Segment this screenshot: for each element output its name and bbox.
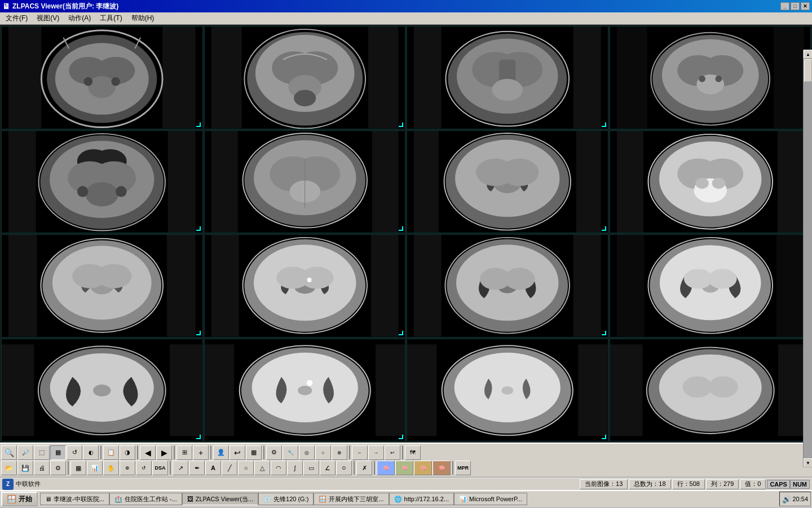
tool-next[interactable]: ▶ (156, 445, 172, 460)
menu-help[interactable]: 帮助(H) (127, 12, 159, 24)
tool-layout-set[interactable]: ▦ (70, 461, 86, 475)
scroll-thumb[interactable] (804, 59, 812, 82)
close-button[interactable]: ✕ (801, 2, 810, 10)
tool-undo[interactable]: ↩ (230, 445, 245, 460)
tool-layout[interactable]: ▦ (246, 445, 262, 460)
taskbar-item-1[interactable]: 🖥 李继波-中联医院... (40, 493, 109, 505)
tool-redo[interactable]: ↩ (385, 445, 400, 460)
svg-point-7 (88, 76, 116, 98)
tool-bar-chart[interactable]: 📊 (87, 461, 103, 475)
tool-mpr[interactable]: MPR (455, 461, 471, 475)
image-cell-7[interactable] (407, 130, 608, 234)
menu-tools[interactable]: 工具(T) (95, 12, 126, 24)
tool-prev[interactable]: ◀ (140, 445, 156, 460)
image-cell-13[interactable] (1, 339, 203, 442)
scroll-down-button[interactable]: ▼ (804, 458, 812, 467)
menu-view[interactable]: 视图(V) (32, 12, 64, 24)
scroll-up-button[interactable]: ▲ (804, 50, 812, 59)
image-cell-4[interactable] (610, 26, 811, 129)
app-title: ZLPACS Viewer(当前用户: 李继波) (12, 2, 118, 11)
svg-rect-2 (162, 27, 196, 129)
svg-point-129 (93, 384, 111, 396)
tool-erase[interactable]: ✗ (356, 461, 372, 475)
tool-angle-draw[interactable]: ∠ (320, 461, 336, 475)
tool-zoom2[interactable]: 🔧 (283, 445, 298, 460)
tool-brain-2[interactable]: 🧠 (395, 461, 413, 475)
separator6 (349, 446, 350, 459)
tool-line-draw[interactable]: ╱ (222, 461, 237, 475)
tool-config[interactable]: ⚙ (266, 445, 282, 460)
tool-arc[interactable]: ◠ (271, 461, 286, 475)
image-cell-8[interactable] (610, 130, 811, 234)
tool-circle[interactable]: ○ (315, 445, 331, 460)
tool-nav-left[interactable]: ← (352, 445, 368, 460)
tool-roi[interactable]: ⊙ (336, 461, 352, 475)
taskbar-item-2[interactable]: 🏥 住院医生工作站 -... (109, 493, 182, 505)
tool-open[interactable]: 📂 (1, 461, 17, 475)
tool-rotate[interactable]: ↺ (67, 445, 82, 460)
image-cell-16[interactable] (610, 339, 811, 442)
image-cell-12[interactable] (610, 234, 811, 338)
tool-select[interactable]: ⬚ (34, 445, 50, 460)
tool-arrow-draw[interactable]: ↗ (173, 461, 188, 475)
start-button[interactable]: 🪟 开始 (1, 492, 38, 506)
taskbar-item-4[interactable]: 💿 先锋120 (G:) (258, 493, 314, 505)
taskbar-item-7[interactable]: 📊 Microsoft PowerP... (454, 493, 527, 505)
tool-rect-draw[interactable]: ▭ (303, 461, 319, 475)
image-cell-10[interactable] (204, 234, 406, 338)
tool-ellipse-draw[interactable]: ○ (238, 461, 254, 475)
image-cell-3[interactable] (407, 26, 608, 129)
tool-cross[interactable]: ⊗ (332, 445, 347, 460)
tool-cursor[interactable]: ▦ (50, 445, 66, 460)
tool-add[interactable]: + (193, 445, 209, 460)
tool-pen[interactable]: ✒ (189, 461, 205, 475)
taskbar-item-3[interactable]: 🖼 ZLPACS Viewer(当... (182, 493, 258, 505)
maximize-button[interactable]: □ (791, 2, 800, 10)
image-cell-6[interactable] (204, 130, 406, 234)
image-cell-1[interactable] (1, 26, 203, 129)
taskbar: 🪟 开始 🖥 李继波-中联医院... 🏥 住院医生工作站 -... 🖼 ZLPA… (0, 490, 812, 507)
image-cell-15[interactable] (407, 339, 608, 442)
image-cell-2[interactable] (204, 26, 406, 129)
svg-rect-46 (168, 131, 196, 233)
tool-wl[interactable]: ◑ (120, 445, 135, 460)
tool-measure[interactable]: ◐ (83, 445, 99, 460)
tool-face[interactable]: 👤 (213, 445, 229, 460)
corner-marker-10 (399, 331, 403, 335)
tool-nav-right[interactable]: → (368, 445, 384, 460)
taskbar-item-6[interactable]: 🌐 http://172.16.2... (389, 493, 454, 505)
image-cell-5[interactable] (1, 130, 203, 234)
svg-point-85 (712, 177, 725, 189)
tool-map[interactable]: 🗺 (405, 445, 421, 460)
tool-zoom[interactable]: 🔎 (17, 445, 33, 460)
tool-triangle[interactable]: △ (254, 461, 270, 475)
tool-grid[interactable]: ⊞ (176, 445, 192, 460)
tool-freehand[interactable]: ∫ (287, 461, 303, 475)
tool-ct[interactable]: ◎ (299, 445, 315, 460)
image-cell-14[interactable] (204, 339, 406, 442)
tool-brain-3[interactable]: 🧠 (414, 461, 432, 475)
taskbar-item-5[interactable]: 🪟 开展内镜下三胡室... (314, 493, 389, 505)
corner-marker-9 (196, 331, 201, 335)
svg-rect-107 (414, 235, 442, 337)
svg-point-144 (501, 386, 513, 395)
tool-save[interactable]: 💾 (17, 461, 33, 475)
image-cell-9[interactable] (1, 234, 203, 338)
scrollbar[interactable]: ▲ ▼ (803, 50, 812, 467)
tool-rotate2[interactable]: ↺ (136, 461, 152, 475)
tool-annotate[interactable]: 📋 (103, 445, 119, 460)
tool-hand-tool[interactable]: ✋ (103, 461, 119, 475)
menu-action[interactable]: 动作(A) (64, 12, 95, 24)
tool-settings[interactable]: ⚙ (50, 461, 66, 475)
tool-print[interactable]: 🖨 (34, 461, 50, 475)
image-cell-11[interactable] (407, 234, 608, 338)
tool-text[interactable]: A (205, 461, 221, 475)
minimize-button[interactable]: _ (780, 2, 789, 10)
tool-magnify[interactable]: 🔍 (1, 445, 17, 460)
menu-file[interactable]: 文件(F) (1, 12, 32, 24)
tool-ref-img[interactable]: ⊕ (120, 461, 135, 475)
tool-brain-1[interactable]: 🧠 (377, 461, 395, 475)
taskbar-label-7: Microsoft PowerP... (469, 496, 522, 502)
tool-brain-4[interactable]: 🧠 (433, 461, 451, 475)
tool-dsa[interactable]: DSA (152, 461, 168, 475)
